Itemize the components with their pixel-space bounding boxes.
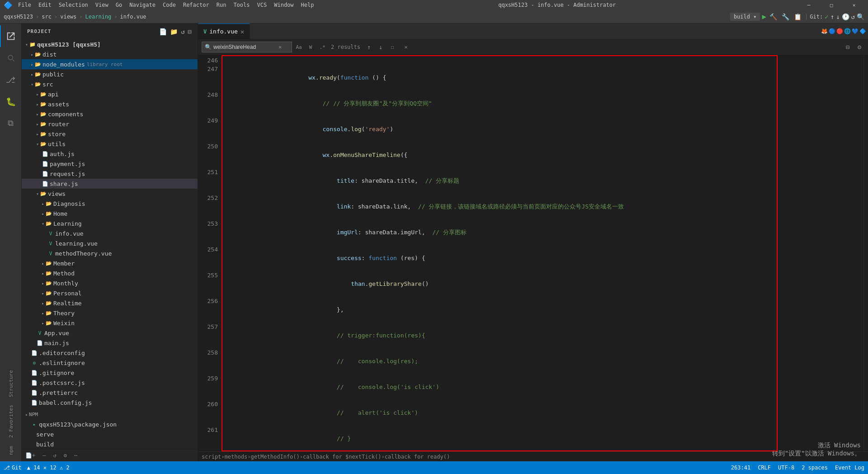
activity-search[interactable] xyxy=(0,47,22,69)
app-menu-view[interactable]: View xyxy=(94,2,110,8)
app-menu-navigate[interactable]: Navigate xyxy=(127,2,157,8)
activity-git[interactable]: ⎇ xyxy=(0,69,22,90)
tree-router[interactable]: ▸ 📂 router xyxy=(22,119,198,129)
minimize-button[interactable]: ─ xyxy=(798,0,819,10)
tree-auth[interactable]: 📄 auth.js xyxy=(22,149,198,159)
app-menu-go[interactable]: Go xyxy=(114,2,124,8)
tree-prettierrc[interactable]: 📄 .prettierrc xyxy=(22,388,198,398)
tree-share[interactable]: 📄 share.js xyxy=(22,179,198,189)
tree-realtime[interactable]: ▸ 📂 Realtime xyxy=(22,298,198,308)
activity-favorites[interactable]: 2 Favorites xyxy=(0,403,22,440)
maximize-button[interactable]: □ xyxy=(821,0,842,10)
git-label[interactable]: Git: xyxy=(810,14,823,20)
tab-info-vue[interactable]: V info.vue ✕ xyxy=(198,24,250,39)
tree-payment[interactable]: 📄 payment.js xyxy=(22,159,198,169)
new-folder-icon[interactable]: 📁 xyxy=(170,28,178,35)
browser-icon-2[interactable]: 🔵 xyxy=(829,28,835,34)
prev-result-btn[interactable]: ↑ xyxy=(364,42,374,52)
bc-ready[interactable]: callback for ready() xyxy=(385,454,450,460)
app-menu-edit[interactable]: Edit xyxy=(37,2,53,8)
match-word-btn[interactable]: W xyxy=(306,42,316,52)
match-case-btn[interactable]: Aa xyxy=(294,42,304,52)
indent-info[interactable]: 2 spaces xyxy=(802,465,828,471)
tree-method-theory-vue[interactable]: V methodTheory.vue xyxy=(22,248,198,258)
tree-dist[interactable]: ▸ 📂 dist xyxy=(22,49,198,59)
browser-icon-3[interactable]: 🔴 xyxy=(836,28,843,34)
app-menu-code[interactable]: Code xyxy=(161,2,178,8)
find-in-selection-btn[interactable]: ☐ xyxy=(387,42,397,52)
git-check[interactable]: ✓ xyxy=(825,13,828,20)
new-file-icon[interactable]: 📄 xyxy=(159,28,167,35)
browser-icon-5[interactable]: 💙 xyxy=(852,28,859,34)
sidebar-more-btn[interactable]: ⋯ xyxy=(74,452,77,459)
tree-babel-config[interactable]: 📄 babel.config.js xyxy=(22,398,198,408)
code-editor[interactable]: 246 247 wx.ready(function () { xyxy=(198,55,868,451)
tree-member[interactable]: ▸ 📂 Member xyxy=(22,258,198,268)
tree-root[interactable]: ▾ 📁 qqxsH5123 [qqxsH5] xyxy=(22,39,198,49)
browser-icon-4[interactable]: 🌐 xyxy=(844,28,851,34)
tree-main-js[interactable]: 📄 main.js xyxy=(22,338,198,348)
tree-learning[interactable]: ▾ 📂 Learning xyxy=(22,218,198,228)
search-input-wrap[interactable]: 🔍 ✕ xyxy=(202,42,292,52)
collapse-all-icon[interactable]: ⊟ xyxy=(188,28,192,35)
app-menu-refactor[interactable]: Refactor xyxy=(181,2,211,8)
npm-header[interactable]: ▸ npm xyxy=(22,409,198,419)
tree-request[interactable]: 📄 request.js xyxy=(22,169,198,179)
tree-learning-vue[interactable]: V learning.vue xyxy=(22,238,198,248)
tree-diagnosis[interactable]: ▸ 📂 Diagnosis xyxy=(22,199,198,209)
line-ending[interactable]: CRLF xyxy=(758,465,771,471)
build-dropdown[interactable]: build ▾ xyxy=(730,13,760,21)
app-menu-selection[interactable]: Selection xyxy=(57,2,90,8)
activity-explorer[interactable] xyxy=(0,25,22,47)
bc-methods[interactable]: methods xyxy=(225,454,248,460)
tree-personal[interactable]: ▸ 📂 Personal xyxy=(22,288,198,298)
filter-icon[interactable]: ⊟ xyxy=(843,42,853,52)
close-button[interactable]: ✕ xyxy=(844,0,864,10)
encoding[interactable]: UTF-8 xyxy=(778,465,794,471)
tree-src[interactable]: ▾ 📂 src xyxy=(22,79,198,89)
tree-home[interactable]: ▸ 📂 Home xyxy=(22,209,198,218)
minimap-scrollbar[interactable] xyxy=(863,55,868,451)
bc-nexttick[interactable]: callback for $nextTick() xyxy=(303,454,381,460)
tree-views[interactable]: ▾ 📂 views xyxy=(22,189,198,199)
sidebar-settings-btn[interactable]: ⚙ xyxy=(64,452,67,459)
bc-script[interactable]: script xyxy=(202,454,221,460)
tree-node-modules[interactable]: ▸ 📂 node_modules library root xyxy=(22,59,198,69)
tree-npm-build[interactable]: build xyxy=(22,439,198,449)
bc-get-method-info[interactable]: getMethodInfo() xyxy=(250,454,299,460)
tool2[interactable]: 🔧 xyxy=(780,13,791,20)
problems-indicator[interactable]: ▲ 14 ✕ 12 ⚠ 2 xyxy=(27,465,70,471)
tree-components[interactable]: ▸ 📂 components xyxy=(22,109,198,119)
tree-info-vue[interactable]: V info.vue xyxy=(22,228,198,238)
search-clear-icon[interactable]: ✕ xyxy=(278,44,282,50)
app-menu-vcs[interactable]: VCS xyxy=(255,2,269,8)
run-button[interactable]: ▶ xyxy=(762,12,766,21)
activity-structure[interactable]: Structure xyxy=(0,365,22,402)
activity-extensions[interactable]: ⧉ xyxy=(0,112,22,134)
tree-api[interactable]: ▸ 📂 api xyxy=(22,89,198,99)
next-result-btn[interactable]: ↓ xyxy=(376,42,386,52)
app-menu-file[interactable]: File xyxy=(16,2,33,8)
tree-store[interactable]: ▸ 📂 store xyxy=(22,129,198,139)
code-content[interactable]: 246 247 wx.ready(function () { xyxy=(198,55,863,451)
sidebar-content[interactable]: ▾ 📁 qqxsH5123 [qqxsH5] ▸ 📂 dist ▸ 📂 node… xyxy=(22,39,198,449)
tab-close-icon[interactable]: ✕ xyxy=(241,28,244,35)
app-menu-help[interactable]: Help xyxy=(299,2,316,8)
app-menu-tools[interactable]: Tools xyxy=(231,2,251,8)
tree-utils[interactable]: ▾ 📂 utils xyxy=(22,139,198,149)
tree-gitignore[interactable]: 📄 .gitignore xyxy=(22,368,198,378)
tree-package-json[interactable]: ▸ qqxsH5123\package.json xyxy=(22,419,198,429)
tree-public[interactable]: ▸ 📂 public xyxy=(22,69,198,79)
event-log[interactable]: Event Log xyxy=(835,465,864,471)
tool3[interactable]: 📋 xyxy=(793,13,803,20)
tree-postcssrc[interactable]: 📄 .postcssrc.js xyxy=(22,378,198,388)
sidebar-new-file-btn[interactable]: 📄+ xyxy=(25,452,35,459)
tree-weixin[interactable]: ▸ 📂 Weixin xyxy=(22,318,198,328)
regex-btn[interactable]: .* xyxy=(317,42,327,52)
app-menu-window[interactable]: Window xyxy=(272,2,295,8)
close-search-btn[interactable]: ✕ xyxy=(401,42,411,52)
git-up[interactable]: ↑ xyxy=(830,13,834,20)
tree-eslintignore[interactable]: ⊙ .eslintignore xyxy=(22,358,198,368)
refresh-icon[interactable]: ↺ xyxy=(181,28,185,35)
git-status[interactable]: ⎇ Git xyxy=(4,465,22,471)
